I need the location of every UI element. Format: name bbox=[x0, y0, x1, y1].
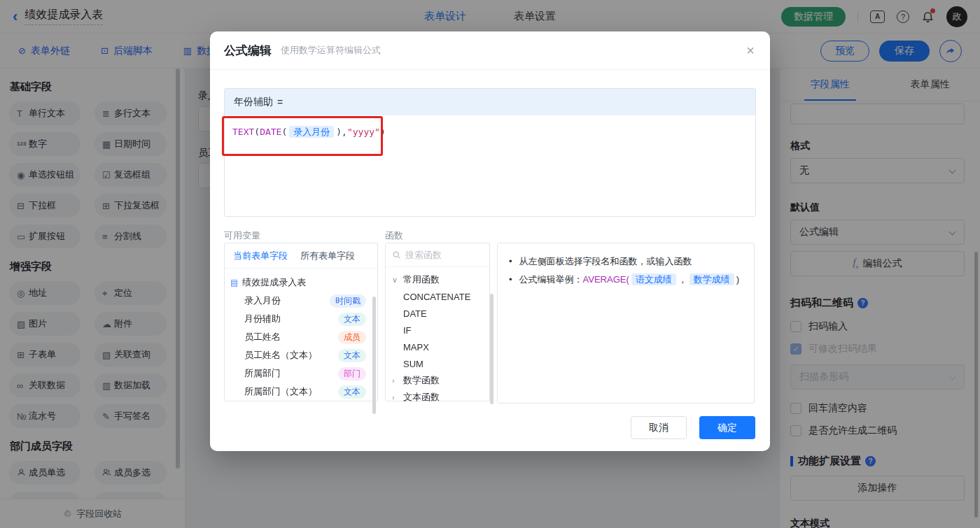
formula-segment: DATE bbox=[260, 127, 281, 137]
close-icon[interactable]: × bbox=[746, 43, 755, 57]
group-label: 常用函数 bbox=[403, 273, 440, 286]
variables-box: 当前表单字段 所有表单字段 ▤ 绩效提成录入表 录入月份时间戳 月份辅助文本 员… bbox=[224, 243, 378, 401]
formula-help-box: • 从左侧面板选择字段名和函数，或输入函数 • 公式编辑举例：AVERAGE(语… bbox=[497, 243, 755, 404]
modal-subtitle: 使用数学运算符编辑公式 bbox=[281, 44, 381, 57]
confirm-button[interactable]: 确定 bbox=[699, 416, 755, 439]
modal-header: 公式编辑 使用数学运算符编辑公式 bbox=[210, 31, 770, 70]
type-badge: 部门 bbox=[338, 367, 366, 380]
tip2-comma: ， bbox=[678, 274, 687, 285]
chevron-right-icon: › bbox=[392, 393, 399, 401]
cancel-button[interactable]: 取消 bbox=[631, 416, 687, 439]
bullet: • bbox=[509, 252, 512, 271]
variable-name: 员工姓名（文本） bbox=[244, 349, 317, 362]
variable-item[interactable]: 员工姓名（文本）文本 bbox=[229, 346, 374, 364]
variables-tabs: 当前表单字段 所有表单字段 bbox=[225, 243, 377, 269]
formula-target-bar: 年份辅助 = bbox=[225, 89, 755, 115]
function-group-text[interactable]: ›文本函数 bbox=[392, 389, 489, 406]
variable-item[interactable]: 录入月份时间戳 bbox=[229, 292, 374, 310]
function-item[interactable]: CONCATENATE bbox=[392, 288, 489, 305]
variable-name: 录入月份 bbox=[244, 294, 281, 307]
type-badge: 文本 bbox=[338, 313, 366, 326]
help-tip-1: • 从左侧面板选择字段名和函数，或输入函数 bbox=[509, 252, 743, 271]
formula-segment: ) bbox=[380, 127, 386, 137]
variable-item[interactable]: 月份辅助文本 bbox=[229, 310, 374, 328]
variable-name: 月份辅助 bbox=[244, 313, 281, 325]
equals-sign: = bbox=[277, 97, 283, 108]
chevron-right-icon: › bbox=[392, 376, 399, 385]
help-tip-2: • 公式编辑举例：AVERAGE(语文成绩，数学成绩) bbox=[509, 271, 743, 289]
functions-caption: 函数 bbox=[385, 229, 403, 242]
formula-segment: ( bbox=[254, 127, 260, 137]
field-token: 语文成绩 bbox=[631, 273, 676, 285]
formula-editor-box: 年份辅助 = TEXT(DATE(录入月份),"yyyy") bbox=[224, 88, 756, 217]
variable-name: 所属部门 bbox=[244, 367, 281, 380]
variable-item[interactable]: 所属部门部门 bbox=[229, 364, 374, 383]
variable-name: 员工姓名 bbox=[244, 331, 281, 343]
variable-name: 所属部门（文本） bbox=[244, 385, 317, 398]
function-item[interactable]: IF bbox=[392, 322, 489, 338]
search-input[interactable] bbox=[405, 250, 475, 260]
function-name: DATE bbox=[403, 308, 427, 319]
functions-list: ∨常用函数 CONCATENATE DATE IF MAPX SUM ›数学函数… bbox=[386, 267, 489, 406]
chevron-expanded-icon: ∨ bbox=[392, 276, 399, 285]
formula-input-area[interactable]: TEXT(DATE(录入月份),"yyyy") bbox=[225, 115, 755, 149]
tip2-suffix: ) bbox=[736, 274, 739, 285]
function-name: IF bbox=[403, 325, 412, 336]
variables-list: ▤ 绩效提成录入表 录入月份时间戳 月份辅助文本 员工姓名成员 员工姓名（文本）… bbox=[225, 269, 377, 401]
variables-caption: 可用变量 bbox=[224, 229, 260, 242]
function-item[interactable]: DATE bbox=[392, 305, 489, 322]
formula-segment: ( bbox=[281, 127, 287, 137]
tab-all-form-fields[interactable]: 所有表单字段 bbox=[300, 250, 355, 262]
function-group-common[interactable]: ∨常用函数 bbox=[392, 271, 489, 288]
formula-segment: "yyyy" bbox=[347, 127, 380, 137]
form-doc-icon: ▤ bbox=[230, 278, 238, 287]
type-badge: 时间戳 bbox=[330, 294, 366, 308]
variable-item[interactable]: 所属部门（文本）文本 bbox=[229, 383, 374, 401]
tip2-prefix: 公式编辑举例： bbox=[519, 274, 583, 285]
tree-root-form[interactable]: ▤ 绩效提成录入表 bbox=[229, 273, 374, 292]
type-badge: 文本 bbox=[338, 385, 366, 399]
tab-current-form-fields[interactable]: 当前表单字段 bbox=[233, 250, 288, 262]
tip-text: 从左侧面板选择字段名和函数，或输入函数 bbox=[519, 252, 692, 271]
group-label: 数学函数 bbox=[403, 374, 440, 387]
function-item[interactable]: MAPX bbox=[392, 338, 489, 355]
tree-root-label: 绩效提成录入表 bbox=[242, 276, 306, 289]
target-field-name: 年份辅助 bbox=[234, 96, 273, 108]
function-search-row bbox=[386, 243, 489, 267]
bullet: • bbox=[509, 271, 512, 289]
search-icon bbox=[392, 250, 401, 259]
formula-expression: TEXT(DATE(录入月份),"yyyy") bbox=[232, 127, 386, 137]
formula-segment: TEXT bbox=[232, 127, 254, 137]
function-name: CONCATENATE bbox=[403, 292, 470, 302]
modal-title: 公式编辑 bbox=[224, 43, 272, 59]
type-badge: 成员 bbox=[338, 331, 366, 344]
type-badge: 文本 bbox=[338, 349, 366, 362]
function-group-math[interactable]: ›数学函数 bbox=[392, 372, 489, 389]
formula-segment: ), bbox=[336, 127, 347, 137]
function-name: SUM bbox=[403, 359, 424, 369]
tip2-function: AVERAGE( bbox=[583, 274, 629, 285]
functions-scrollbar[interactable] bbox=[490, 294, 493, 404]
variable-item[interactable]: 员工姓名成员 bbox=[229, 328, 374, 346]
variables-scrollbar[interactable] bbox=[372, 297, 376, 414]
formula-editor-modal: 公式编辑 使用数学运算符编辑公式 × 年份辅助 = TEXT(DATE(录入月份… bbox=[210, 31, 770, 451]
field-token[interactable]: 录入月份 bbox=[289, 126, 334, 138]
functions-box: ∨常用函数 CONCATENATE DATE IF MAPX SUM ›数学函数… bbox=[385, 243, 490, 401]
group-label: 文本函数 bbox=[403, 391, 440, 404]
field-token: 数学成绩 bbox=[690, 273, 734, 285]
function-item[interactable]: SUM bbox=[392, 355, 489, 372]
function-name: MAPX bbox=[403, 342, 429, 352]
tip-text: 公式编辑举例：AVERAGE(语文成绩，数学成绩) bbox=[519, 271, 740, 289]
